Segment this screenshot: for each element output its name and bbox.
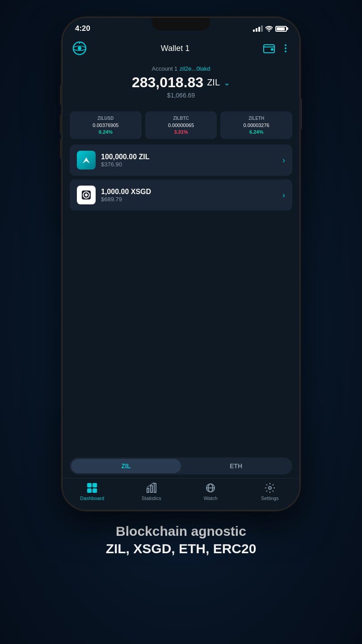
price-card-zileth-value: 0.00003276 [224, 123, 289, 128]
nav-label-dashboard: Dashboard [80, 496, 104, 501]
tagline-line2: ZIL, XSGD, ETH, ERC20 [106, 540, 257, 557]
header-actions [263, 42, 290, 55]
nav-label-settings: Settings [261, 496, 279, 501]
nav-item-watch[interactable]: Watch [195, 482, 226, 501]
phone-shell: 4:20 Wallet 1 [63, 18, 299, 510]
wifi-icon [265, 26, 273, 32]
account-address[interactable]: zil2e...0lakd [180, 65, 210, 72]
svg-point-1 [78, 47, 81, 50]
chain-tab-eth[interactable]: ETH [181, 459, 291, 473]
status-icons [253, 25, 287, 32]
price-card-zilusd[interactable]: ZILUSD 0.00376905 0.24% [70, 111, 142, 139]
token-zil-chevron-icon: › [282, 156, 285, 165]
wallet-title: Wallet 1 [161, 44, 189, 53]
more-options-icon[interactable] [281, 43, 290, 53]
token-zil-usd: $376.90 [101, 161, 277, 168]
svg-rect-12 [93, 483, 97, 487]
account-info-row: Account 1 zil2e...0lakd [72, 64, 290, 72]
phone-notch [152, 18, 210, 30]
nav-label-statistics: Statistics [142, 496, 161, 501]
tagline: Blockchain agnostic ZIL, XSGD, ETH, ERC2… [106, 522, 257, 557]
svg-rect-17 [154, 483, 156, 492]
svg-point-8 [285, 51, 286, 52]
price-card-zilbtc-label: ZILBTC [149, 116, 214, 121]
account-label: Account 1 [152, 65, 178, 72]
token-xsgd-usd: $689.79 [101, 196, 277, 203]
nav-item-statistics[interactable]: Statistics [136, 482, 167, 501]
token-info-xsgd: 1,000.00 XSGD $689.79 [101, 188, 277, 203]
token-xsgd-chevron-icon: › [282, 191, 285, 200]
settings-icon [264, 482, 276, 494]
token-item-xsgd[interactable]: 1,000.00 XSGD $689.79 › [70, 179, 292, 211]
price-card-zilusd-value: 0.00376905 [73, 123, 138, 128]
status-time: 4:20 [75, 24, 90, 33]
svg-rect-16 [151, 486, 152, 492]
svg-rect-14 [93, 488, 97, 493]
svg-rect-5 [271, 48, 274, 51]
nav-item-dashboard[interactable]: Dashboard [76, 482, 108, 501]
price-card-zilbtc[interactable]: ZILBTC 0.00000065 3.31% [145, 111, 217, 139]
price-card-zilbtc-value: 0.00000065 [149, 123, 214, 128]
signal-bars-icon [253, 25, 263, 32]
price-cards: ZILUSD 0.00376905 0.24% ZILBTC 0.0000006… [63, 106, 299, 144]
chain-tab-zil[interactable]: ZIL [71, 459, 181, 473]
balance-currency: ZIL [207, 77, 220, 88]
price-card-zilbtc-change: 3.31% [149, 129, 214, 135]
app-header: Wallet 1 [63, 36, 299, 61]
wallet-icon[interactable] [263, 42, 275, 55]
tagline-line1: Blockchain agnostic [106, 522, 257, 540]
chain-tabs: ZIL ETH [70, 458, 292, 475]
statistics-icon [146, 482, 157, 494]
price-card-zileth-change: 6.24% [224, 129, 289, 135]
bottom-nav: Dashboard Statistics Watch [63, 478, 299, 510]
price-card-zilusd-label: ZILUSD [73, 116, 138, 121]
dashboard-icon [86, 482, 98, 494]
nav-item-settings[interactable]: Settings [254, 482, 286, 501]
phone-screen: 4:20 Wallet 1 [63, 18, 299, 510]
battery-icon [275, 26, 287, 32]
nav-label-watch: Watch [204, 496, 218, 501]
svg-rect-15 [147, 488, 149, 492]
logo-icon[interactable] [72, 40, 88, 56]
balance-usd: $1,066.69 [72, 92, 290, 99]
svg-rect-11 [87, 483, 92, 487]
token-zil-amount: 100,000.00 ZIL [101, 153, 277, 161]
price-card-zilusd-change: 0.24% [73, 129, 138, 135]
token-icon-xsgd [77, 186, 96, 204]
balance-amount: 283,018.83 [132, 74, 203, 91]
token-info-zil: 100,000.00 ZIL $376.90 [101, 153, 277, 168]
svg-point-21 [269, 487, 271, 489]
balance-chevron-icon[interactable]: ⌄ [223, 78, 230, 88]
token-icon-zil [77, 151, 96, 169]
price-card-zileth[interactable]: ZILETH 0.00003276 6.24% [220, 111, 292, 139]
svg-point-7 [285, 47, 286, 49]
price-card-zileth-label: ZILETH [224, 116, 289, 121]
balance-row: 283,018.83 ZIL ⌄ [72, 74, 290, 91]
watch-icon [205, 482, 216, 494]
token-list: 100,000.00 ZIL $376.90 › 1,000.00 XSGD $… [63, 144, 299, 452]
account-section: Account 1 zil2e...0lakd 283,018.83 ZIL ⌄… [63, 61, 299, 106]
svg-rect-13 [87, 488, 92, 493]
token-item-zil[interactable]: 100,000.00 ZIL $376.90 › [70, 144, 292, 176]
token-xsgd-amount: 1,000.00 XSGD [101, 188, 277, 196]
svg-point-6 [285, 44, 286, 46]
